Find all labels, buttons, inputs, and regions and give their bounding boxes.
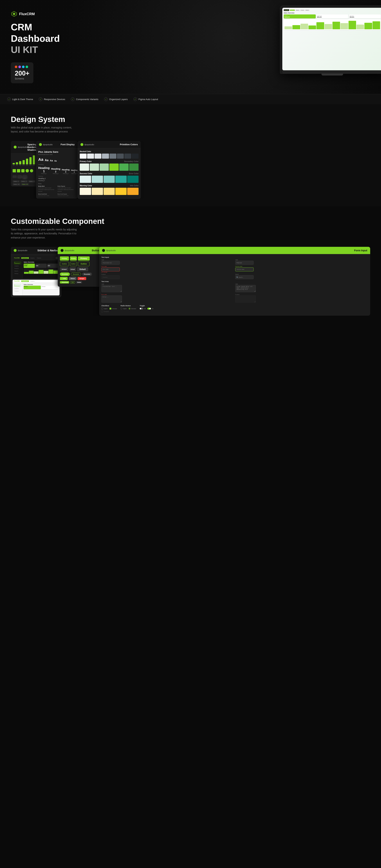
info-color-title: Info Color (130, 185, 139, 187)
mini-light-cards: Revenue Purchase (24, 286, 59, 289)
features-bar: ✓ Light & Dark Theme ✓ Responsive Device… (0, 94, 381, 104)
success-color-title: Success Color (80, 173, 92, 175)
btn-outline-icon-sm[interactable]: Edit (70, 281, 75, 283)
font-demo-aa-xl: Aa (38, 157, 43, 162)
figma-dot-blue (22, 66, 25, 68)
nc-chip-2 (87, 154, 94, 159)
textarea-filled[interactable]: Lorem ipsum dolor sit amet consectetur a… (235, 285, 256, 292)
text-input-search[interactable] (235, 275, 254, 279)
btn-dark-lg[interactable]: Default (77, 267, 88, 271)
body-small-bold-text: Lorem ipsum dolor sit amet (38, 195, 56, 196)
mini-light-card-1: Revenue (24, 286, 41, 289)
form-panel: dpopstudio Form Input Text Input Label L… (99, 247, 370, 316)
btn-dark-md[interactable]: Default (60, 267, 68, 271)
btn-dark-icon-sm[interactable]: Delete (76, 281, 82, 283)
text-input-success[interactable] (235, 268, 254, 271)
mini-bar-2 (29, 271, 34, 274)
btn-icon-primary[interactable]: + Add (60, 277, 68, 280)
body-regular-sample: Lorem ipsum dolor sit amet consectetur a… (58, 187, 75, 192)
mini-bar-4 (39, 270, 43, 274)
btn-outline-md[interactable]: Outline (60, 261, 69, 266)
input-group-6: Search (235, 274, 368, 279)
btn-outline-lg[interactable]: Outline (78, 261, 90, 266)
textarea-error[interactable] (101, 296, 122, 303)
text-input-error[interactable] (101, 268, 120, 271)
mini-sidebar-nav: ● Dashboard Analytics Products Reports S… (13, 260, 23, 278)
textarea-label-error: Error Label (101, 294, 234, 295)
nc-chip-3 (95, 154, 101, 159)
laptop-base (282, 70, 381, 73)
pc-chip-2 (90, 163, 99, 171)
mini-crm-light-preview: FluxCRM Dashboard Analytics ● Dashboard … (13, 280, 60, 296)
btn-danger[interactable]: Danger (77, 277, 86, 280)
btn-with-icon-sm[interactable]: ↓ Download (60, 281, 69, 283)
toggle-off[interactable] (140, 308, 143, 310)
body-section: Body Body Bold Lorem ipsum dolor sit ame… (38, 183, 75, 196)
radio-2[interactable] (129, 308, 131, 310)
checkbox-1[interactable] (101, 308, 103, 310)
text-input-1[interactable] (101, 261, 120, 265)
chart-bar-5 (316, 22, 324, 29)
btn-ghost[interactable]: Ghost (69, 277, 76, 280)
screens-count: 200+ (15, 69, 29, 77)
radius-2 (17, 169, 20, 173)
mini-stat-val-1: $120k (24, 265, 34, 266)
btn-outline-sm[interactable]: Outline (70, 261, 77, 266)
mini-light-topbar: FluxCRM Dashboard Analytics (13, 280, 60, 283)
toggle-off-item[interactable]: Off (140, 308, 146, 310)
form-panel-header: dpopstudio Form Input (99, 247, 370, 254)
radio-checked[interactable]: Selected (129, 308, 136, 310)
primary-color-title: Primary Color (80, 160, 92, 162)
headings-label: Heading (38, 164, 75, 165)
btn-primary-lg[interactable]: Primary (78, 256, 90, 260)
wc-chip-3 (104, 188, 115, 195)
mini-nav-1: Analytics (29, 257, 36, 259)
sc-chip-2 (92, 176, 103, 183)
button-logo-text: dpopstudio (65, 249, 74, 251)
colors-panel-logo: dpopstudio (80, 143, 94, 146)
radio-1[interactable] (120, 308, 122, 310)
mini-side-item-3: Products (14, 268, 21, 270)
checkbox-2[interactable] (109, 308, 111, 310)
radio-unchecked[interactable]: Option (120, 308, 127, 310)
btn-primary-md[interactable]: Primary (60, 256, 69, 260)
feature-layers: ✓ Organized Layers (104, 97, 128, 101)
font-panel-title: Font Display (61, 143, 75, 146)
toggle-on[interactable] (147, 308, 151, 310)
feature-autolayout: ✓ Figma Auto Layout (134, 97, 158, 101)
text-input-disabled (101, 275, 120, 279)
checkbox-unchecked[interactable]: Option (101, 308, 108, 310)
h2-label: Heading 2 (51, 173, 60, 174)
btn-rounded-dark[interactable]: Rounded (82, 273, 92, 276)
warning-color-title: Warning Color (80, 185, 92, 187)
body-small-bold-label: Body Small Bold (38, 193, 56, 195)
heading-2-item: Heading 2 Heading 2 (51, 167, 60, 174)
mini-stat-val-3: $50k (48, 265, 58, 266)
mini-light-content: ● Dashboard Analytics Products Sales Ove… (13, 283, 60, 296)
token-4: Radius - 24 (13, 183, 21, 185)
mini-light-sidebar: ● Dashboard Analytics Products (13, 283, 23, 296)
toggle-knob-off (140, 308, 141, 309)
btn-dark-sm[interactable]: Default (69, 267, 76, 271)
purchase-card: Total Purchase $89,203 (316, 14, 348, 19)
textarea-section-title: Text Area (101, 281, 368, 282)
toggle-row: Off On (140, 308, 153, 310)
text-input-filled[interactable] (235, 261, 254, 265)
feature-label-1: Light & Dark Theme (12, 98, 33, 101)
toggle-on-item[interactable]: On (147, 308, 153, 310)
hero-title-line2: Dashboard (11, 34, 60, 43)
font-logo-dot (39, 143, 42, 146)
spacing-bars: 2px 4px 8px 12px 16px (11, 154, 40, 168)
font-name: Plus Jakarta Sans (38, 151, 75, 153)
sp-label-4: 12px (22, 165, 25, 166)
btn-primary-sm[interactable]: Primary (70, 256, 77, 260)
btn-rounded-primary[interactable]: Rounded (60, 273, 70, 276)
textarea-1[interactable] (101, 285, 122, 292)
textarea-group-4: Disabled (235, 294, 368, 303)
btn-rounded-outline[interactable]: Rounded (71, 273, 81, 276)
wc-chip-4 (115, 188, 127, 195)
target-value: $50,901 (350, 17, 380, 18)
checkbox-checked[interactable]: Checked (109, 308, 117, 310)
radio-label-1: Option (123, 308, 127, 309)
pc-chip-6 (129, 163, 139, 171)
